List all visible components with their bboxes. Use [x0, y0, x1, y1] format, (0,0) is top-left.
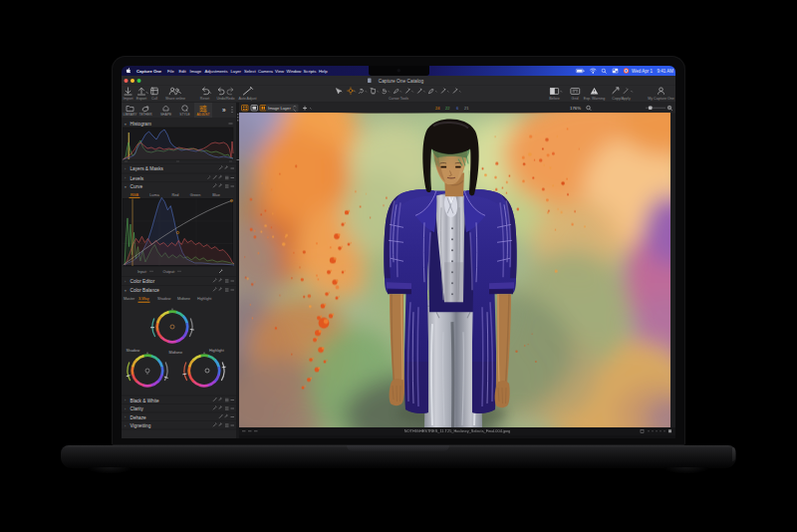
- svg-text:3-Way: 3-Way: [138, 297, 149, 301]
- svg-text:Green: Green: [190, 193, 201, 197]
- svg-text:Grid: Grid: [572, 97, 579, 101]
- svg-text:Histogram: Histogram: [131, 122, 151, 127]
- svg-text:Color Balance: Color Balance: [131, 288, 160, 293]
- svg-text:Midtone: Midtone: [169, 351, 183, 355]
- svg-text:»: »: [222, 107, 226, 114]
- svg-text:ADJUST: ADJUST: [197, 113, 210, 117]
- svg-text:RGB: RGB: [131, 193, 139, 197]
- svg-text:Master: Master: [124, 297, 135, 301]
- svg-text:Vignetting: Vignetting: [131, 423, 151, 428]
- svg-text:Color Editor: Color Editor: [131, 279, 155, 284]
- svg-text:176%: 176%: [570, 106, 581, 111]
- svg-text:Dehaze: Dehaze: [131, 415, 147, 420]
- svg-text:Levels: Levels: [131, 176, 144, 181]
- svg-text:STYLE: STYLE: [179, 113, 190, 117]
- svg-text:Exp. Warning: Exp. Warning: [584, 97, 605, 101]
- svg-text:▾: ▾: [125, 185, 127, 189]
- svg-text:Output:: Output:: [163, 270, 175, 274]
- svg-text:Cull: Cull: [151, 97, 157, 101]
- svg-text:Black & White: Black & White: [131, 399, 160, 403]
- svg-text:Import: Import: [123, 97, 133, 101]
- svg-text:Highlight: Highlight: [197, 297, 211, 301]
- svg-text:Red: Red: [172, 193, 179, 197]
- svg-text:Before: Before: [549, 97, 560, 101]
- svg-text:22: 22: [445, 106, 450, 111]
- svg-text:6: 6: [456, 106, 459, 111]
- svg-text:Curve: Curve: [131, 184, 143, 189]
- svg-text:Shadow: Shadow: [127, 349, 140, 353]
- svg-text:SHAPE: SHAPE: [160, 113, 172, 117]
- svg-text:Highlight: Highlight: [209, 349, 225, 353]
- svg-text:Clarity: Clarity: [131, 406, 144, 411]
- svg-text:21: 21: [464, 106, 469, 111]
- svg-text:Layers & Masks: Layers & Masks: [131, 166, 164, 171]
- svg-text:▾: ▾: [125, 123, 127, 127]
- svg-text:LIBRARY: LIBRARY: [123, 113, 137, 117]
- svg-text:Copy/Apply: Copy/Apply: [612, 97, 631, 101]
- svg-text:Auto Adjust: Auto Adjust: [238, 97, 256, 101]
- svg-text:Shadow: Shadow: [157, 297, 171, 301]
- svg-text:My Capture One: My Capture One: [648, 97, 673, 101]
- svg-text:Export: Export: [136, 97, 146, 101]
- svg-text:24: 24: [435, 106, 440, 111]
- svg-text:Share online: Share online: [165, 97, 185, 101]
- svg-text:Input:: Input:: [137, 270, 147, 274]
- svg-text:Image Layer: Image Layer: [268, 106, 291, 111]
- svg-text:Undo/Redo: Undo/Redo: [216, 97, 234, 101]
- svg-text:Midtone: Midtone: [177, 297, 190, 301]
- svg-text:Luma: Luma: [149, 193, 159, 197]
- svg-text:Blue: Blue: [212, 193, 220, 197]
- svg-text:TETHER: TETHER: [138, 113, 152, 117]
- svg-text:Cursor Tools: Cursor Tools: [389, 97, 408, 101]
- svg-text:Reset: Reset: [200, 97, 209, 101]
- svg-text:▾: ▾: [125, 289, 127, 293]
